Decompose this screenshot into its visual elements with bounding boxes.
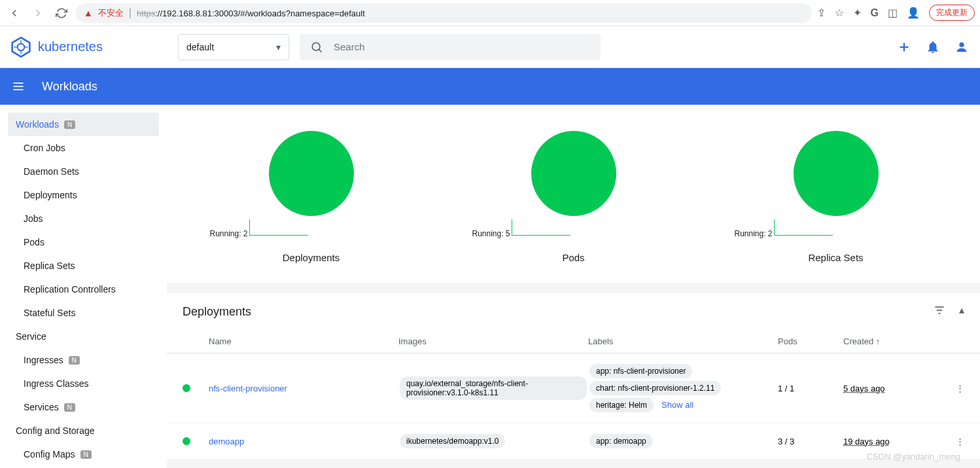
more-icon[interactable]: ⋮ (956, 384, 964, 393)
sidebar-item-daemon-sets[interactable]: Daemon Sets (8, 160, 159, 183)
sidebar-item-pods[interactable]: Pods (8, 230, 159, 254)
status-dot (183, 437, 190, 445)
logo-text: kubernetes (38, 39, 103, 54)
google-icon[interactable]: G (871, 7, 879, 19)
label-chip: app: nfs-client-provisioner (589, 364, 692, 378)
sidebar-item-ingress-classes[interactable]: Ingress Classes (8, 372, 159, 395)
logo[interactable]: kubernetes (10, 37, 167, 58)
sidebar: WorkloadsNCron JobsDaemon SetsDeployment… (0, 105, 167, 468)
namespace-select[interactable]: default ▾ (178, 34, 289, 60)
more-icon[interactable]: ⋮ (956, 437, 964, 446)
status-charts-card: Running: 2 Deployments Running: 5 Pods R… (167, 105, 980, 283)
col-labels[interactable]: Labels (588, 336, 778, 346)
chart-connector (774, 219, 833, 236)
share-icon[interactable]: ⇪ (817, 7, 826, 19)
created-time: 5 days ago (843, 384, 885, 393)
extensions-icon[interactable]: ✦ (853, 7, 862, 19)
chart-deployments: Running: 2 Deployments (269, 131, 354, 263)
forward-button[interactable] (29, 4, 47, 22)
chart-label: Running: 5 (472, 229, 510, 238)
update-button[interactable]: 完成更新 (929, 5, 975, 21)
chart-title: Pods (562, 252, 584, 263)
url-bar[interactable]: ▲ 不安全 | https://192.168.8.81:30003/#/wor… (76, 3, 812, 23)
chart-title: Deployments (283, 252, 340, 263)
sidebar-item-services[interactable]: ServicesN (8, 395, 159, 419)
star-icon[interactable]: ☆ (835, 7, 844, 19)
image-chip: quay.io/external_storage/nfs-client-prov… (400, 376, 587, 400)
back-button[interactable] (5, 4, 24, 22)
svg-point-10 (959, 42, 964, 46)
watermark: CSDN @yandarin_meng (867, 452, 960, 461)
notifications-icon[interactable] (925, 39, 941, 55)
search-icon (310, 41, 323, 54)
sidebar-item-replication-controllers[interactable]: Replication Controllers (8, 278, 159, 301)
sidebar-item-deployments[interactable]: Deployments (8, 183, 159, 207)
sidebar-item-workloads[interactable]: WorkloadsN (8, 113, 159, 136)
show-all-link[interactable]: Show all (661, 400, 693, 410)
sidebar-item-stateful-sets[interactable]: Stateful Sets (8, 301, 159, 325)
chart-replica-sets: Running: 2 Replica Sets (794, 131, 879, 263)
page-title-bar: Workloads (0, 68, 980, 105)
deployments-table: Name Images Labels Pods Created ↑ nfs-cl… (167, 330, 980, 459)
chart-connector (512, 219, 570, 236)
label-chip: app: demoapp (589, 434, 653, 448)
pie-icon (794, 131, 879, 216)
filter-icon[interactable] (933, 304, 946, 319)
kubernetes-icon (10, 37, 31, 58)
table-head: Name Images Labels Pods Created ↑ (167, 330, 980, 353)
user-icon[interactable] (954, 39, 970, 55)
browser-actions: ⇪ ☆ ✦ G ◫ 👤 完成更新 (817, 5, 975, 21)
sidebar-item-ingresses[interactable]: IngressesN (8, 348, 159, 372)
pie-icon (531, 131, 616, 216)
badge: N (80, 450, 92, 459)
label-chip: heritage: Helm (589, 398, 654, 412)
created-time: 19 days ago (843, 437, 890, 446)
table-actions: ▴ (933, 304, 964, 319)
search-input[interactable] (334, 41, 590, 52)
pods-count: 3 / 3 (778, 437, 843, 446)
namespace-value: default (186, 42, 214, 52)
create-button[interactable] (896, 39, 912, 55)
dropdown-icon: ▾ (276, 42, 281, 52)
pods-count: 1 / 1 (778, 384, 843, 393)
deployment-link[interactable]: demoapp (209, 437, 244, 446)
reload-button[interactable] (52, 4, 71, 22)
col-pods[interactable]: Pods (778, 336, 843, 346)
table-header: Deployments ▴ (167, 293, 980, 330)
sidebar-item-replica-sets[interactable]: Replica Sets (8, 254, 159, 278)
table-title: Deployments (183, 305, 251, 319)
chart-label: Running: 2 (735, 229, 773, 238)
svg-point-1 (18, 43, 25, 50)
header-actions (896, 39, 970, 55)
sidebar-item-service: Service (8, 325, 159, 348)
pie-icon (269, 131, 354, 216)
col-images[interactable]: Images (398, 336, 588, 346)
svg-line-7 (319, 49, 321, 52)
deployments-card: Deployments ▴ Name Images Labels Pods Cr… (167, 293, 980, 459)
panel-icon[interactable]: ◫ (888, 7, 898, 19)
image-chip: ikubernetes/demoapp:v1.0 (400, 434, 505, 448)
deployment-link[interactable]: nfs-client-provisioner (209, 384, 287, 393)
warning-icon: ▲ (84, 8, 93, 18)
chart-title: Replica Sets (808, 252, 863, 263)
main-layout: WorkloadsNCron JobsDaemon SetsDeployment… (0, 105, 980, 468)
search-box[interactable] (300, 34, 601, 60)
insecure-label: 不安全 (98, 7, 124, 19)
col-name[interactable]: Name (209, 336, 398, 346)
sidebar-item-config-maps[interactable]: Config MapsN (8, 442, 159, 466)
profile-icon[interactable]: 👤 (907, 7, 920, 19)
url-text: https://192.168.8.81:30003/#/workloads?n… (137, 7, 365, 19)
badge: N (64, 403, 75, 412)
sidebar-item-config-and-storage: Config and Storage (8, 419, 159, 442)
menu-button[interactable] (10, 79, 26, 94)
col-created[interactable]: Created ↑ (843, 336, 928, 346)
label-chip: chart: nfs-client-provisioner-1.2.11 (589, 381, 721, 395)
table-row: demoapp ikubernetes/demoapp:v1.0 app: de… (167, 423, 980, 459)
svg-point-6 (312, 43, 320, 50)
app-header: kubernetes default ▾ (0, 26, 980, 68)
sidebar-item-jobs[interactable]: Jobs (8, 207, 159, 230)
chart-pods: Running: 5 Pods (531, 131, 616, 263)
badge: N (64, 120, 75, 129)
sidebar-item-cron-jobs[interactable]: Cron Jobs (8, 136, 159, 160)
collapse-icon[interactable]: ▴ (959, 304, 964, 319)
